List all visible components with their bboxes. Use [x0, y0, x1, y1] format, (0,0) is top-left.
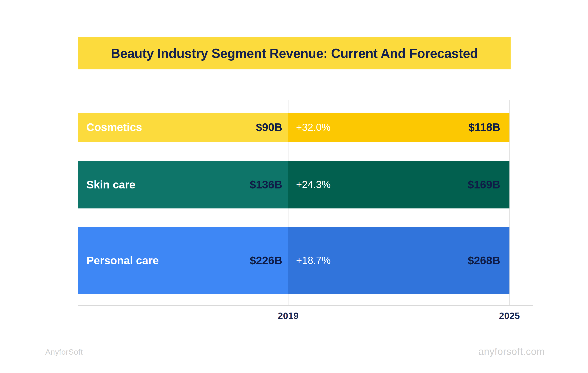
forecast-value: $268B: [468, 254, 509, 267]
title-banner: Beauty Industry Segment Revenue: Current…: [78, 37, 511, 69]
x-tick-2019: 2019: [254, 311, 323, 321]
category-label: Skin care: [78, 178, 135, 191]
infographic-canvas: Beauty Industry Segment Revenue: Current…: [0, 0, 588, 373]
x-tick-2025: 2025: [475, 311, 544, 321]
gridline-top: [78, 100, 510, 100]
website-watermark: anyforsoft.com: [478, 346, 545, 357]
cosmetics-2019-bar: Cosmetics $90B: [78, 113, 288, 142]
brand-watermark: AnyforSoft: [45, 348, 83, 356]
x-axis-baseline: [78, 305, 533, 306]
personal-2025-bar: +18.7% $268B: [288, 227, 509, 294]
forecast-value: $118B: [468, 121, 509, 134]
personal-2019-bar: Personal care $226B: [78, 227, 288, 294]
current-value: $226B: [250, 254, 288, 267]
growth-percent: +32.0%: [288, 122, 331, 133]
category-label: Personal care: [78, 254, 159, 267]
category-label: Cosmetics: [78, 121, 142, 134]
current-value: $90B: [256, 121, 288, 134]
current-value: $136B: [250, 178, 288, 191]
growth-percent: +18.7%: [288, 255, 331, 266]
growth-percent: +24.3%: [288, 179, 331, 190]
skincare-2019-bar: Skin care $136B: [78, 161, 288, 208]
skincare-2025-bar: +24.3% $169B: [288, 161, 509, 208]
cosmetics-2025-bar: +32.0% $118B: [288, 113, 509, 142]
forecast-value: $169B: [468, 178, 509, 191]
page-title: Beauty Industry Segment Revenue: Current…: [111, 46, 478, 61]
